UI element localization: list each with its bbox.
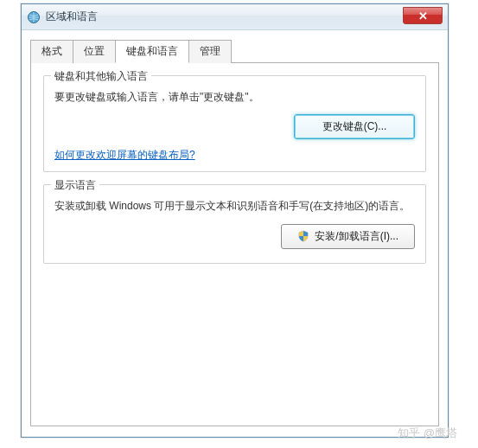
close-button[interactable]: ✕ — [403, 7, 443, 24]
group-display-language: 显示语言 安装或卸载 Windows 可用于显示文本和识别语音和手写(在支持地区… — [43, 184, 426, 263]
group-display-title: 显示语言 — [51, 178, 99, 193]
tab-format[interactable]: 格式 — [30, 40, 73, 63]
globe-icon — [27, 10, 41, 24]
tab-administrative[interactable]: 管理 — [188, 40, 232, 63]
window-title: 区域和语言 — [46, 10, 98, 24]
tab-panel-keyboard-language: 键盘和其他输入语言 要更改键盘或输入语言，请单击"更改键盘"。 更改键盘(C).… — [30, 63, 439, 426]
tab-strip: 格式 位置 键盘和语言 管理 — [30, 39, 439, 63]
close-icon: ✕ — [418, 10, 428, 22]
tab-location[interactable]: 位置 — [73, 40, 116, 63]
uac-shield-icon — [297, 230, 309, 242]
install-uninstall-language-button[interactable]: 安装/卸载语言(I)... — [281, 224, 415, 249]
group-keyboard-title: 键盘和其他输入语言 — [51, 69, 151, 84]
dialog-content: 格式 位置 键盘和语言 管理 键盘和其他输入语言 要更改键盘或输入语言，请单击"… — [22, 30, 448, 437]
welcome-screen-layout-link[interactable]: 如何更改欢迎屏幕的键盘布局? — [54, 148, 195, 163]
display-desc: 安装或卸载 Windows 可用于显示文本和识别语音和手写(在支持地区)的语言。 — [54, 197, 415, 214]
change-keyboard-button[interactable]: 更改键盘(C)... — [294, 114, 415, 139]
tab-keyboard-language[interactable]: 键盘和语言 — [115, 40, 189, 63]
group-keyboard-input: 键盘和其他输入语言 要更改键盘或输入语言，请单击"更改键盘"。 更改键盘(C).… — [43, 75, 426, 172]
titlebar: 区域和语言 ✕ — [22, 4, 448, 30]
change-keyboard-row: 更改键盘(C)... — [54, 114, 415, 139]
install-lang-row: 安装/卸载语言(I)... — [54, 224, 415, 249]
keyboard-desc: 要更改键盘或输入语言，请单击"更改键盘"。 — [54, 88, 415, 106]
dialog-window: 区域和语言 ✕ 格式 位置 键盘和语言 管理 键盘和其他输入语言 要更改键盘或输… — [21, 3, 449, 438]
